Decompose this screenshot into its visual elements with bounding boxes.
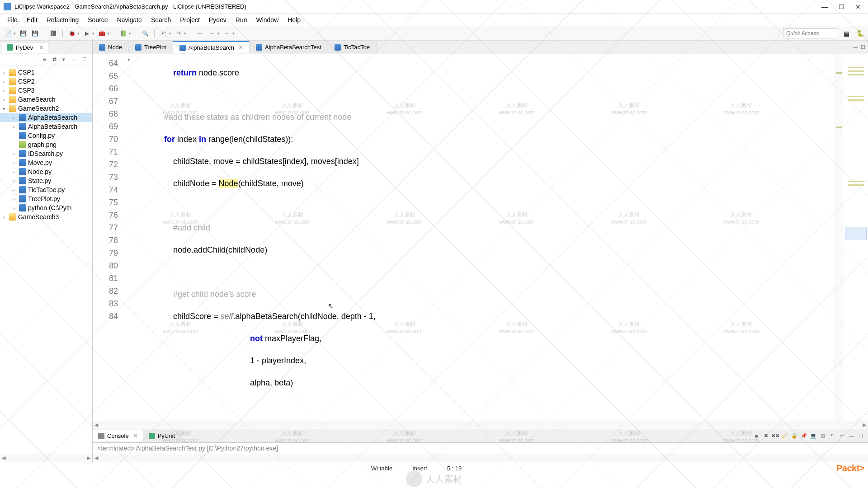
tree-item-tictactoe-py[interactable]: ▹TicTacToe.py xyxy=(0,185,92,194)
menu-file[interactable]: File xyxy=(4,16,21,23)
editor-tab-tictactoe[interactable]: TicTacToe xyxy=(328,42,377,53)
overview-ruler[interactable] xyxy=(835,54,843,421)
editor-tab-treeplot[interactable]: TreePlot xyxy=(129,42,173,53)
expand-icon[interactable]: ▹ xyxy=(13,169,19,174)
show-whitespace-button[interactable]: ¶ xyxy=(829,432,836,440)
new-module-dropdown[interactable]: ▾ xyxy=(129,31,131,36)
back-button[interactable]: ← xyxy=(208,29,217,38)
forward-button[interactable]: → xyxy=(222,29,231,38)
scroll-left-button[interactable]: ◀ xyxy=(94,455,98,461)
expand-icon[interactable]: ▹ xyxy=(3,215,9,220)
expand-icon[interactable]: ▹ xyxy=(13,178,19,183)
prev-ann-dropdown[interactable]: ▾ xyxy=(169,31,171,36)
tree-item-csp1[interactable]: ▹CSP1 xyxy=(0,68,92,77)
menu-window[interactable]: Window xyxy=(252,16,282,23)
view-menu-button[interactable]: ▾ xyxy=(62,56,70,64)
scroll-right-button[interactable]: ▶ xyxy=(863,422,866,428)
open-perspective-button[interactable]: ▦ xyxy=(842,29,851,38)
line-number[interactable]: 78 xyxy=(93,234,124,247)
console-output[interactable]: <terminated> AlphaBetaSearchTest.py [C:\… xyxy=(93,443,868,454)
line-number[interactable]: 79 xyxy=(93,247,124,259)
minimize-console-button[interactable]: — xyxy=(848,432,855,440)
next-ann-dropdown[interactable]: ▾ xyxy=(184,31,186,36)
pydev-perspective-button[interactable]: 🐍 xyxy=(855,29,864,38)
menu-pydev[interactable]: Pydev xyxy=(205,16,230,23)
minimize-view-button[interactable]: — xyxy=(72,56,80,64)
remove-launch-button[interactable]: ✖ xyxy=(762,432,769,440)
editor-tab-alphabetasearchtest[interactable]: AlphaBetaSearchTest xyxy=(250,42,328,53)
terminate-button[interactable]: ■ xyxy=(753,432,760,440)
line-number[interactable]: 77 xyxy=(93,221,124,234)
forward-dropdown[interactable]: ▾ xyxy=(232,31,235,36)
menu-refactoring[interactable]: Refactoring xyxy=(43,16,83,23)
line-number[interactable]: 70 xyxy=(93,133,124,145)
tree-item-node-py[interactable]: ▹Node.py xyxy=(0,167,92,176)
expand-icon[interactable]: ▹ xyxy=(3,79,9,84)
tree-item-graph-png[interactable]: graph.png xyxy=(0,140,92,149)
expand-icon[interactable]: ▹ xyxy=(13,188,19,192)
menu-run[interactable]: Run xyxy=(232,16,251,23)
tree-item-gamesearch2[interactable]: ▾GameSearch2 xyxy=(0,104,92,113)
menu-source[interactable]: Source xyxy=(84,16,111,23)
console-tab-pyunit[interactable]: PyUnit xyxy=(143,430,181,441)
pydev-perspective-tab[interactable]: PyDev ✕ xyxy=(2,42,48,53)
prev-annotation-button[interactable]: ↶ xyxy=(159,29,168,38)
run-button[interactable]: ▶ xyxy=(82,29,91,38)
line-number[interactable]: 82 xyxy=(93,285,124,297)
word-wrap-button[interactable]: ↩ xyxy=(838,432,845,440)
tree-item-state-py[interactable]: ▹State.py xyxy=(0,176,92,185)
search-button[interactable]: 🔍 xyxy=(141,29,150,38)
line-number[interactable]: 74 xyxy=(93,183,124,196)
scroll-left-button[interactable]: ◀ xyxy=(94,422,98,428)
project-explorer-tree[interactable]: ▹CSP1▹CSP2▹CSP3▹GameSearch▾GameSearch2▹A… xyxy=(0,66,92,454)
debug-button[interactable]: 🐞 xyxy=(67,29,76,38)
debug-dropdown[interactable]: ▾ xyxy=(77,31,80,36)
expand-icon[interactable]: ▹ xyxy=(13,124,19,129)
tree-item-csp2[interactable]: ▹CSP2 xyxy=(0,77,92,86)
tree-item-move-py[interactable]: ▹Move.py xyxy=(0,158,92,167)
quick-access-input[interactable] xyxy=(783,28,837,38)
horizontal-scrollbar[interactable]: ◀ ▶ xyxy=(93,421,868,429)
menu-search[interactable]: Search xyxy=(147,16,175,23)
line-number[interactable]: 69 xyxy=(93,120,124,133)
line-number[interactable]: 84 xyxy=(93,310,124,323)
ext-tools-dropdown[interactable]: ▾ xyxy=(107,31,109,36)
expand-icon[interactable]: ▹ xyxy=(3,88,9,93)
save-all-button[interactable]: 💾 xyxy=(30,29,39,38)
line-number[interactable]: 64 xyxy=(93,57,124,70)
menu-edit[interactable]: Edit xyxy=(23,16,41,23)
line-number[interactable]: 76 xyxy=(93,209,124,221)
expand-icon[interactable]: ▹ xyxy=(3,97,9,102)
close-icon[interactable]: ✕ xyxy=(39,45,43,51)
last-edit-button[interactable]: ⤺ xyxy=(196,29,205,38)
expand-icon[interactable]: ▹ xyxy=(13,197,19,202)
scroll-right-button[interactable]: ▶ xyxy=(87,455,90,461)
menu-navigate[interactable]: Navigate xyxy=(113,16,146,23)
tree-item-alphabetasearch[interactable]: ▹AlphaBetaSearch xyxy=(0,122,92,131)
new-button[interactable]: 📄 xyxy=(4,29,13,38)
expand-icon[interactable]: ▹ xyxy=(3,70,9,75)
line-number[interactable]: 83 xyxy=(93,297,124,310)
open-console-button[interactable]: 💻 xyxy=(810,432,817,440)
bottom-scroll[interactable]: ◀ ▶ ◀ xyxy=(0,454,868,462)
tree-item-config-py[interactable]: Config.py xyxy=(0,131,92,140)
back-dropdown[interactable]: ▾ xyxy=(217,31,220,36)
close-button[interactable]: ✕ xyxy=(855,3,861,10)
expand-icon[interactable]: ▹ xyxy=(13,206,19,211)
line-number[interactable]: 67 xyxy=(93,95,124,108)
line-number[interactable]: 65 xyxy=(93,70,124,82)
line-number[interactable]: 68 xyxy=(93,108,124,120)
scroll-left-button[interactable]: ◀ xyxy=(2,455,5,461)
menu-help[interactable]: Help xyxy=(284,16,304,23)
new-dropdown[interactable]: ▾ xyxy=(14,31,16,36)
line-number-gutter[interactable]: 6465666768697071727374757677787980818283… xyxy=(93,54,124,421)
new-module-button[interactable]: 📗 xyxy=(119,29,128,38)
tree-item-gamesearch3[interactable]: ▹GameSearch3 xyxy=(0,212,92,221)
next-annotation-button[interactable]: ↷ xyxy=(174,29,183,38)
tree-item-treeplot-py[interactable]: ▹TreePlot.py xyxy=(0,194,92,203)
close-tab-button[interactable]: ✕ xyxy=(133,433,137,439)
run-dropdown[interactable]: ▾ xyxy=(92,31,94,36)
expand-icon[interactable]: ▹ xyxy=(13,151,19,156)
maximize-view-button[interactable]: ☐ xyxy=(82,56,90,64)
line-number[interactable]: 66 xyxy=(93,82,124,95)
